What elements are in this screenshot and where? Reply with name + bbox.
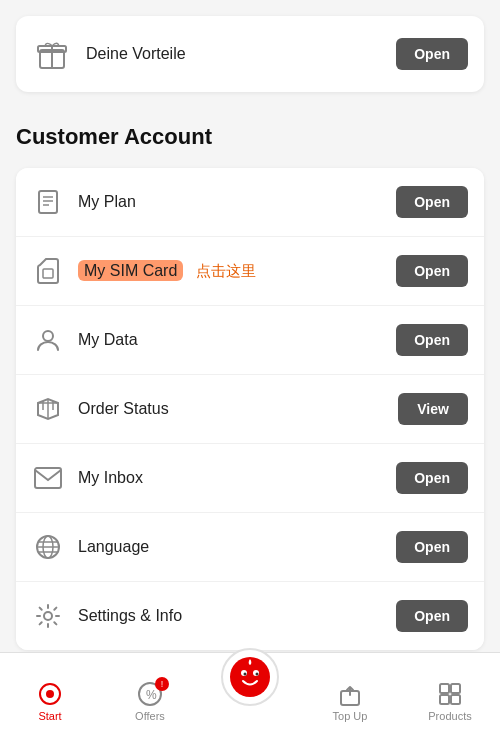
svg-point-19 [44, 612, 52, 620]
section-title: Customer Account [16, 124, 484, 150]
nav-home[interactable] [200, 648, 300, 706]
my-data-label: My Data [78, 331, 138, 349]
person-icon [32, 324, 64, 356]
svg-text:%: % [146, 688, 157, 702]
mail-icon [32, 462, 64, 494]
products-icon [437, 681, 463, 707]
my-inbox-open-button[interactable]: Open [396, 462, 468, 494]
my-data-item[interactable]: My Data Open [16, 306, 484, 375]
topup-icon [337, 681, 363, 707]
offers-badge: ! [155, 677, 169, 691]
settings-info-item[interactable]: Settings & Info Open [16, 582, 484, 650]
top-card: Deine Vorteile Open [16, 16, 484, 92]
customer-account-menu: My Plan Open My SIM Card 点击这里 Open [16, 168, 484, 650]
svg-point-27 [244, 673, 247, 676]
svg-point-28 [256, 673, 259, 676]
svg-point-8 [43, 331, 53, 341]
my-inbox-label: My Inbox [78, 469, 143, 487]
nav-offers[interactable]: % ! Offers [100, 681, 200, 722]
language-item[interactable]: Language Open [16, 513, 484, 582]
language-open-button[interactable]: Open [396, 531, 468, 563]
my-sim-card-item[interactable]: My SIM Card 点击这里 Open [16, 237, 484, 306]
svg-rect-30 [440, 684, 449, 693]
document-icon [32, 186, 64, 218]
order-status-item[interactable]: Order Status View [16, 375, 484, 444]
start-icon [37, 681, 63, 707]
my-plan-label: My Plan [78, 193, 136, 211]
globe-icon [32, 531, 64, 563]
my-inbox-item[interactable]: My Inbox Open [16, 444, 484, 513]
order-status-view-button[interactable]: View [398, 393, 468, 425]
top-card-open-button[interactable]: Open [396, 38, 468, 70]
my-sim-card-open-button[interactable]: Open [396, 255, 468, 287]
settings-info-open-button[interactable]: Open [396, 600, 468, 632]
nav-products[interactable]: Products [400, 681, 500, 722]
nav-topup-label: Top Up [333, 710, 368, 722]
my-plan-item[interactable]: My Plan Open [16, 168, 484, 237]
nav-start-label: Start [38, 710, 61, 722]
svg-rect-3 [39, 191, 57, 213]
nav-offers-label: Offers [135, 710, 165, 722]
nav-start[interactable]: Start [0, 681, 100, 722]
nav-topup[interactable]: Top Up [300, 681, 400, 722]
svg-rect-7 [43, 269, 53, 278]
offers-icon: % ! [137, 681, 163, 707]
top-card-label: Deine Vorteile [86, 45, 186, 63]
settings-info-label: Settings & Info [78, 607, 182, 625]
box-icon [32, 393, 64, 425]
my-data-open-button[interactable]: Open [396, 324, 468, 356]
svg-rect-13 [35, 468, 61, 488]
svg-rect-33 [451, 695, 460, 704]
bottom-navigation: Start % ! Offers [0, 652, 500, 732]
gift-icon [32, 34, 72, 74]
svg-rect-32 [440, 695, 449, 704]
svg-rect-31 [451, 684, 460, 693]
sim-icon [32, 255, 64, 287]
order-status-label: Order Status [78, 400, 169, 418]
my-sim-card-label: My SIM Card 点击这里 [78, 262, 256, 281]
settings-icon [32, 600, 64, 632]
my-plan-open-button[interactable]: Open [396, 186, 468, 218]
home-center-icon [221, 648, 279, 706]
svg-point-21 [46, 690, 54, 698]
nav-products-label: Products [428, 710, 471, 722]
language-label: Language [78, 538, 149, 556]
